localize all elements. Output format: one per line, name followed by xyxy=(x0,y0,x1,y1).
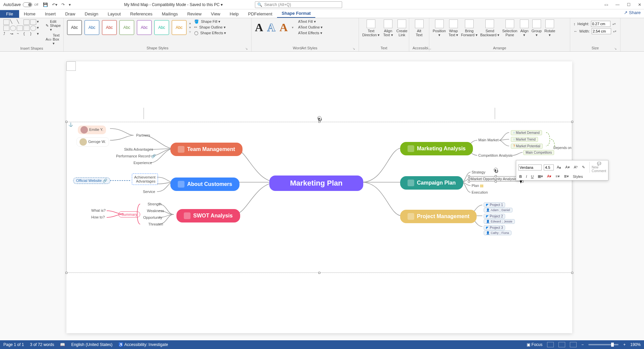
format-painter-button[interactable]: ✎ xyxy=(581,165,586,170)
dialog-launcher-icon[interactable]: ↘ xyxy=(614,47,617,50)
zoom-slider[interactable] xyxy=(588,344,619,345)
zoom-out-button[interactable]: − xyxy=(581,342,584,347)
text-effects-button[interactable]: AText Effects ▾ xyxy=(298,31,323,35)
redo-icon[interactable]: ↷ xyxy=(61,2,65,7)
proj-3-assign[interactable]: 👤Cathy; Fiona xyxy=(484,231,512,235)
clear-format-button[interactable]: Aᵇ xyxy=(573,165,579,170)
wordart-preset-2[interactable]: A xyxy=(267,21,276,34)
tab-pdfelement[interactable]: PDFelement xyxy=(244,10,277,18)
position-button[interactable]: Position ▾ xyxy=(433,19,446,37)
width-input[interactable] xyxy=(592,28,611,34)
sub-strategy[interactable]: Strategy xyxy=(472,170,485,174)
sub-opportunity[interactable]: Opportunity xyxy=(143,215,162,219)
tab-view[interactable]: View xyxy=(206,10,225,18)
italic-button[interactable]: I xyxy=(525,174,528,179)
view-print-button[interactable] xyxy=(558,342,565,347)
share-button[interactable]: ↗ Share xyxy=(624,10,641,15)
shape-outline-button[interactable]: ✏Shape Outline ▾ xyxy=(194,25,226,30)
proj-3[interactable]: ◤Project 3 xyxy=(484,225,505,230)
document-workspace[interactable]: ↻ ⚓ xyxy=(0,52,644,340)
view-web-button[interactable] xyxy=(570,342,577,347)
font-color-button[interactable]: A▾ xyxy=(546,174,552,179)
spellcheck-icon[interactable]: 📖 xyxy=(60,342,65,347)
toggle-icon[interactable] xyxy=(23,2,32,7)
bullets-button[interactable]: ≡▾ xyxy=(554,174,560,179)
mini-fontsize-input[interactable] xyxy=(544,164,554,170)
note-depends-on[interactable]: Depends on xyxy=(553,146,572,150)
rotate-button[interactable]: Rotate ▾ xyxy=(544,19,555,37)
style-preset-7[interactable]: Abc xyxy=(172,20,186,35)
sub-main-competitors[interactable]: Main Competitors xyxy=(523,150,554,155)
selection-pane-button[interactable]: Selection Pane xyxy=(502,19,517,37)
handle-ne[interactable] xyxy=(571,121,573,123)
send-backward-button[interactable]: Send Backward ▾ xyxy=(480,19,499,37)
wrap-text-button[interactable]: Wrap Text ▾ xyxy=(448,19,458,37)
sub-strength[interactable]: Strength xyxy=(148,202,162,206)
style-preset-2[interactable]: Abc xyxy=(85,20,99,35)
text-outline-button[interactable]: AText Outline ▾ xyxy=(298,25,323,30)
sub-howto[interactable]: How to? xyxy=(91,215,105,219)
status-page[interactable]: Page 1 of 1 xyxy=(3,342,24,347)
handle-se[interactable] xyxy=(571,272,573,274)
handle[interactable] xyxy=(468,178,470,180)
proj-1-assign[interactable]: 👤Adam; Daniel xyxy=(484,208,513,212)
rotate-handle[interactable]: ↻ xyxy=(494,168,498,172)
tab-insert[interactable]: Insert xyxy=(40,10,61,18)
shape-fill-button[interactable]: 🪣Shape Fill ▾ xyxy=(194,19,226,24)
node-swot[interactable]: SWOT Analysis xyxy=(176,209,240,222)
maximize-icon[interactable]: ☐ xyxy=(627,2,631,7)
style-preset-1[interactable]: Abc xyxy=(67,20,82,35)
focus-mode-button[interactable]: ▣ Focus xyxy=(527,342,542,347)
dialog-launcher-icon[interactable]: ↘ xyxy=(245,47,248,50)
zoom-level[interactable]: 190% xyxy=(630,342,641,347)
tab-file[interactable]: File xyxy=(0,10,19,18)
tab-shape-format[interactable]: Shape Format xyxy=(277,9,316,18)
close-icon[interactable]: ✕ xyxy=(638,2,641,7)
tab-mailings[interactable]: Mailings xyxy=(157,10,183,18)
tab-design[interactable]: Design xyxy=(80,10,103,18)
tab-layout[interactable]: Layout xyxy=(103,10,125,18)
node-team-management[interactable]: Team Management xyxy=(170,143,243,156)
handle-nw[interactable] xyxy=(65,121,67,123)
autosave-toggle[interactable]: AutoSave Off xyxy=(3,2,38,7)
node-marketing-analysis[interactable]: Marketing Analysis xyxy=(400,142,473,155)
alt-text-button[interactable]: Alt Text xyxy=(413,19,426,37)
sub-perf[interactable]: Performance Record 🔗 xyxy=(116,154,156,158)
tab-references[interactable]: References xyxy=(125,10,157,18)
sub-summary[interactable]: Summary xyxy=(118,211,140,217)
tab-help[interactable]: Help xyxy=(225,10,244,18)
sub-skills[interactable]: Skills Advantages xyxy=(124,147,153,151)
align-text-button[interactable]: Align Text ▾ xyxy=(383,19,393,37)
sub-exp[interactable]: Experience xyxy=(133,161,152,165)
sub-market-potential[interactable]: ? Market Potential xyxy=(511,144,543,149)
ribbon-display-icon[interactable]: ▭ xyxy=(604,2,608,7)
mini-toolbar[interactable]: A▴ A▾ Aᵇ ✎ 💬New Comment B I U ▦▾ A▾ ≡▾ ≣… xyxy=(516,160,608,181)
wordart-preset-1[interactable]: A xyxy=(255,21,263,34)
sub-service[interactable]: Service xyxy=(143,190,155,194)
sub-weakness[interactable]: Weakness xyxy=(147,209,164,213)
align-button[interactable]: Align ▾ xyxy=(520,19,529,37)
sub-threaten[interactable]: Threaten xyxy=(148,222,163,226)
document-title[interactable]: My Mind Map - Compatibility Mode - Saved… xyxy=(124,2,223,7)
shapes-gallery[interactable]: ╲╲▾ ▾ ⤴↝~{}▾ xyxy=(3,19,43,37)
bold-button[interactable]: B xyxy=(518,174,523,179)
style-preset-6[interactable]: Abc xyxy=(154,20,169,35)
tab-draw[interactable]: Draw xyxy=(60,10,80,18)
sub-plan[interactable]: Plan ▤ xyxy=(472,184,483,188)
dialog-launcher-icon[interactable]: ↘ xyxy=(353,47,355,50)
qat-more-icon[interactable]: ▾ xyxy=(69,2,71,7)
style-preset-4[interactable]: Abc xyxy=(119,20,134,35)
bring-forward-button[interactable]: Bring Forward ▾ xyxy=(461,19,477,37)
proj-2-assign[interactable]: 👤Edward; Jessie xyxy=(484,219,515,224)
sub-execution[interactable]: Execution xyxy=(472,190,488,194)
increase-font-button[interactable]: A▴ xyxy=(556,165,562,170)
handle[interactable] xyxy=(468,175,470,177)
handle-s[interactable] xyxy=(318,272,320,274)
sub-main-market[interactable]: Main Market xyxy=(478,138,499,142)
create-link-button[interactable]: Create Link xyxy=(396,19,408,37)
text-direction-button[interactable]: Text Direction ▾ xyxy=(362,19,380,37)
undo-icon[interactable]: ↶▾ xyxy=(52,2,57,7)
sub-partners[interactable]: Partners xyxy=(136,133,150,137)
highlight-button[interactable]: ▦▾ xyxy=(537,174,544,179)
new-comment-button[interactable]: 💬New Comment xyxy=(589,162,606,173)
